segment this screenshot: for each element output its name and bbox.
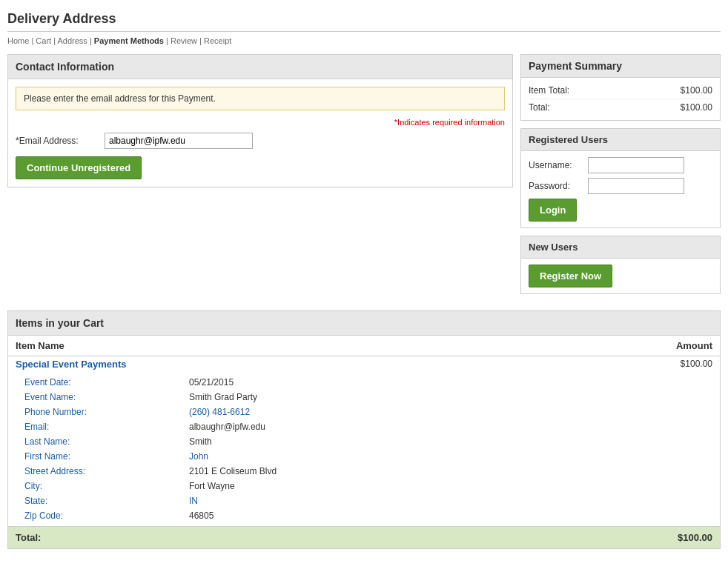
- detail-value-7: Fort Wayne: [182, 479, 711, 493]
- cart-detail-row-0: Event Date:05/21/2015: [17, 376, 711, 389]
- cart-detail-row-6: Street Address:2101 E Coliseum Blvd: [17, 465, 711, 478]
- detail-value-5: John: [182, 450, 711, 463]
- detail-label-2: Phone Number:: [17, 405, 180, 419]
- registered-users-body: Username: Password: Login: [521, 151, 720, 227]
- payment-summary-header: Payment Summary: [521, 55, 720, 78]
- detail-value-1: Smith Grad Party: [182, 390, 711, 404]
- summary-total-label: Total:: [529, 102, 550, 113]
- contact-alert: Please enter the email address for this …: [16, 87, 505, 110]
- continue-unregistered-wrapper: Continue Unregistered: [16, 156, 505, 179]
- contact-info-box: Contact Information Please enter the ema…: [7, 54, 513, 187]
- registered-users-box: Registered Users Username: Password: Log…: [520, 128, 721, 228]
- cart-detail-row-3: Email:albaughr@ipfw.edu: [17, 420, 711, 433]
- username-label: Username:: [529, 160, 588, 170]
- cart-footer-label: Total:: [16, 532, 41, 543]
- cart-item-link[interactable]: Special Event Payments: [16, 359, 127, 370]
- password-input[interactable]: [588, 178, 684, 194]
- detail-label-1: Event Name:: [17, 390, 180, 404]
- detail-value-3: albaughr@ipfw.edu: [182, 420, 711, 433]
- password-label: Password:: [529, 181, 588, 191]
- breadcrumb-cart[interactable]: Cart: [36, 36, 51, 45]
- summary-item-total-row: Item Total: $100.00: [529, 82, 712, 99]
- username-input[interactable]: [588, 157, 684, 173]
- cart-detail-row-8: State:IN: [17, 494, 711, 508]
- detail-value-6: 2101 E Coliseum Blvd: [182, 465, 711, 478]
- detail-label-0: Event Date:: [17, 376, 180, 389]
- email-input[interactable]: [105, 133, 253, 149]
- register-now-button[interactable]: Register Now: [529, 265, 612, 287]
- col-item-name: Item Name: [8, 336, 514, 356]
- summary-item-total-label: Item Total:: [529, 85, 569, 96]
- detail-label-4: Last Name:: [17, 435, 180, 448]
- cart-item-amount: $100.00: [514, 356, 720, 373]
- continue-unregistered-button[interactable]: Continue Unregistered: [16, 156, 142, 179]
- payment-summary-box: Payment Summary Item Total: $100.00 Tota…: [520, 54, 721, 121]
- breadcrumb-home[interactable]: Home: [7, 36, 29, 45]
- summary-total-row: Total: $100.00: [529, 99, 712, 116]
- detail-value-9: 46805: [182, 509, 711, 522]
- cart-detail-row-2: Phone Number:(260) 481-6612: [17, 405, 711, 419]
- contact-info-header: Contact Information: [8, 55, 512, 79]
- detail-value-8: IN: [182, 494, 711, 508]
- detail-label-6: Street Address:: [17, 465, 180, 478]
- cart-detail-row-4: Last Name:Smith: [17, 435, 711, 448]
- new-users-box: New Users Register Now: [520, 236, 721, 294]
- contact-info-body: Please enter the email address for this …: [8, 79, 512, 187]
- email-row: *Email Address:: [16, 133, 505, 149]
- breadcrumb-payment-methods[interactable]: Payment Methods: [94, 36, 164, 45]
- main-layout: Contact Information Please enter the ema…: [7, 54, 721, 302]
- col-amount: Amount: [514, 336, 720, 356]
- username-row: Username:: [529, 157, 712, 173]
- login-button[interactable]: Login: [529, 199, 577, 222]
- new-users-body: Register Now: [521, 259, 720, 293]
- cart-footer: Total: $100.00: [8, 526, 720, 548]
- detail-row-0: Event Date:05/21/2015Event Name:Smith Gr…: [8, 372, 720, 526]
- cart-footer-total: $100.00: [678, 532, 712, 543]
- cart-header: Items in your Cart: [8, 311, 720, 336]
- cart-detail-row-7: City:Fort Wayne: [17, 479, 711, 493]
- summary-total-value: $100.00: [681, 102, 712, 113]
- cart-box: Items in your Cart Item Name Amount Spec…: [7, 310, 721, 549]
- required-note: *Indicates required information: [16, 118, 505, 127]
- breadcrumb-receipt[interactable]: Receipt: [204, 36, 231, 45]
- cart-table: Item Name Amount Special Event Payments …: [8, 336, 720, 526]
- cart-table-header-row: Item Name Amount: [8, 336, 720, 356]
- detail-label-3: Email:: [17, 420, 180, 433]
- registered-users-header: Registered Users: [521, 129, 720, 151]
- detail-label-8: State:: [17, 494, 180, 508]
- left-panel: Contact Information Please enter the ema…: [7, 54, 513, 195]
- detail-label-7: City:: [17, 479, 180, 493]
- detail-table: Event Date:05/21/2015Event Name:Smith Gr…: [16, 374, 712, 524]
- summary-item-total-value: $100.00: [681, 85, 712, 96]
- cart-detail-row-5: First Name:John: [17, 450, 711, 463]
- cart-detail-row-9: Zip Code:46805: [17, 509, 711, 522]
- detail-value-4: Smith: [182, 435, 711, 448]
- detail-label-9: Zip Code:: [17, 509, 180, 522]
- cart-detail-row-1: Event Name:Smith Grad Party: [17, 390, 711, 404]
- page-title: Delivery Address: [7, 11, 721, 32]
- breadcrumb-address[interactable]: Address: [57, 36, 87, 45]
- detail-value-2: (260) 481-6612: [182, 405, 711, 419]
- cart-item-name-cell: Special Event Payments: [8, 356, 514, 373]
- cart-item-row: Special Event Payments $100.00: [8, 356, 720, 373]
- detail-label-5: First Name:: [17, 450, 180, 463]
- right-panel: Payment Summary Item Total: $100.00 Tota…: [520, 54, 721, 302]
- password-row: Password:: [529, 178, 712, 194]
- payment-summary-body: Item Total: $100.00 Total: $100.00: [521, 78, 720, 120]
- breadcrumb-review[interactable]: Review: [171, 36, 197, 45]
- breadcrumb: Home | Cart | Address | Payment Methods …: [7, 36, 721, 45]
- email-label: *Email Address:: [16, 136, 105, 146]
- detail-value-0: 05/21/2015: [182, 376, 711, 389]
- new-users-header: New Users: [521, 236, 720, 259]
